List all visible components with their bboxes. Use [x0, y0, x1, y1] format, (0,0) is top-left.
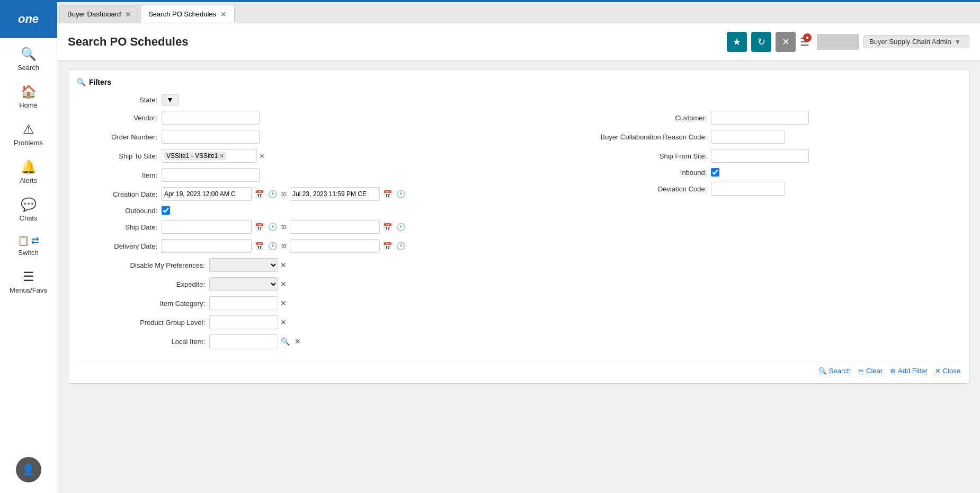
sidebar-item-label: Chats	[20, 214, 38, 222]
creation-date-from-clock-icon[interactable]: 🕐	[267, 190, 278, 198]
clear-button[interactable]: ✂ Clear	[858, 367, 883, 375]
search-icon: 🔍	[21, 47, 37, 61]
expedite-select[interactable]	[209, 277, 278, 291]
ship-date-to-clock-icon[interactable]: 🕐	[395, 223, 406, 231]
product-group-input[interactable]	[209, 315, 278, 329]
vendor-row: Vendor:	[77, 111, 563, 125]
order-number-input[interactable]	[162, 130, 260, 144]
header-actions: ★ ↻ ✕ ☰ ● Buyer Supply Chain Admin ▼	[727, 32, 969, 52]
sidebar-item-problems[interactable]: ⚠ Problems	[0, 116, 57, 153]
switch-icons: 📋 ⇄	[17, 235, 39, 247]
tab-close-active-icon[interactable]: ✕	[220, 10, 227, 19]
sidebar-item-alerts[interactable]: 🔔 Alerts	[0, 153, 57, 191]
app-logo[interactable]: one	[0, 0, 57, 38]
ship-date-label: Ship Date:	[77, 223, 162, 231]
disable-prefs-select[interactable]	[209, 258, 278, 272]
star-button[interactable]: ★	[727, 32, 747, 52]
customer-input[interactable]	[711, 111, 809, 125]
delivery-date-from-input[interactable]	[162, 239, 252, 253]
item-category-clear-icon[interactable]: ✕	[280, 299, 287, 307]
avatar-icon: 👤	[22, 463, 35, 476]
ship-to-site-remove-icon[interactable]: ✕	[219, 153, 224, 160]
sidebar-item-chats[interactable]: 💬 Chats	[0, 191, 57, 228]
delivery-date-from-calendar-icon[interactable]: 📅	[254, 242, 265, 250]
delivery-date-from-clock-icon[interactable]: 🕐	[267, 242, 278, 250]
sidebar-item-label: Problems	[14, 139, 43, 147]
ship-from-site-input[interactable]	[711, 149, 809, 163]
ship-to-site-clear-icon[interactable]: ✕	[259, 152, 265, 160]
disable-prefs-label: Disable My Preferences:	[77, 261, 209, 269]
buyer-collab-label: Buyer Collaboration Reason Code:	[584, 133, 711, 141]
local-item-clear-icon[interactable]: ✕	[295, 337, 301, 346]
ship-date-to-input[interactable]	[290, 220, 380, 234]
tab-buyer-dashboard[interactable]: Buyer Dashboard ✕	[59, 5, 139, 23]
outbound-checkbox[interactable]	[162, 206, 170, 215]
avatar[interactable]: 👤	[16, 457, 41, 482]
menu-icon: ☰	[23, 269, 34, 284]
expedite-label: Expedite:	[77, 280, 209, 288]
warning-icon: ⚠	[23, 122, 34, 137]
disable-prefs-clear-icon[interactable]: ✕	[280, 261, 287, 269]
home-icon: 🏠	[21, 84, 37, 99]
state-dropdown-button[interactable]: ▼	[162, 94, 179, 105]
ship-from-site-row: Ship From Site:	[584, 149, 960, 163]
search-button[interactable]: 🔍 Search	[818, 367, 851, 375]
sidebar-item-home[interactable]: 🏠 Home	[0, 78, 57, 116]
state-dropdown-icon: ▼	[166, 95, 174, 104]
product-group-row: Product Group Level: ✕	[77, 315, 563, 329]
deviation-code-input[interactable]	[711, 182, 785, 196]
local-item-label: Local Item:	[77, 338, 209, 346]
sidebar-item-label: Home	[19, 101, 38, 109]
ship-to-site-tag: VSSite1 - VSSite1 ✕	[164, 152, 226, 160]
item-category-input[interactable]	[209, 296, 278, 310]
ship-date-from-input[interactable]	[162, 220, 252, 234]
creation-date-to-input[interactable]	[290, 187, 380, 201]
close-button[interactable]: ✕ Close	[935, 367, 960, 375]
ship-date-from-clock-icon[interactable]: 🕐	[267, 223, 278, 231]
filter-footer: 🔍 Search ✂ Clear ⊕ Add Filter ✕ Close	[77, 361, 960, 375]
ship-to-site-field[interactable]: VSSite1 - VSSite1 ✕	[162, 149, 257, 163]
sidebar: one 🔍 Search 🏠 Home ⚠ Problems 🔔 Alerts …	[0, 0, 57, 493]
user-avatar-bar	[817, 34, 859, 50]
close-x-icon: ✕	[935, 367, 941, 375]
creation-date-to-calendar-icon[interactable]: 📅	[382, 190, 393, 198]
close-icon: ✕	[782, 36, 790, 48]
customer-row: Customer:	[584, 111, 960, 125]
to-label-ship: to	[281, 223, 287, 231]
sidebar-item-switch[interactable]: 📋 ⇄ Switch	[0, 228, 57, 263]
vendor-input[interactable]	[162, 111, 260, 125]
deviation-code-label: Deviation Code:	[584, 185, 711, 193]
user-dropdown[interactable]: Buyer Supply Chain Admin ▼	[863, 35, 969, 48]
expedite-clear-icon[interactable]: ✕	[280, 280, 287, 288]
outbound-row: Outbound:	[77, 206, 563, 215]
buyer-collab-input[interactable]	[711, 130, 785, 144]
ship-date-to-calendar-icon[interactable]: 📅	[382, 223, 393, 231]
disable-prefs-row: Disable My Preferences: ✕	[77, 258, 563, 272]
ship-date-from-calendar-icon[interactable]: 📅	[254, 223, 265, 231]
close-tab-button[interactable]: ✕	[776, 32, 796, 52]
delivery-date-to-clock-icon[interactable]: 🕐	[395, 242, 406, 250]
local-item-group: 🔍 ✕	[209, 334, 301, 348]
local-item-input[interactable]	[209, 334, 278, 348]
sidebar-item-menus-favs[interactable]: ☰ Menus/Favs	[0, 263, 57, 301]
tab-search-po-schedules[interactable]: Search PO Schedules ✕	[140, 5, 235, 23]
product-group-label: Product Group Level:	[77, 319, 209, 327]
creation-date-to-clock-icon[interactable]: 🕐	[395, 190, 406, 198]
creation-date-from-calendar-icon[interactable]: 📅	[254, 190, 265, 198]
filters-grid: Vendor: Order Number: Ship To Site: VS	[77, 111, 960, 354]
delivery-date-to-calendar-icon[interactable]: 📅	[382, 242, 393, 250]
product-group-clear-icon[interactable]: ✕	[280, 318, 287, 327]
customer-label: Customer:	[584, 114, 711, 122]
tab-close-icon[interactable]: ✕	[125, 10, 131, 19]
inbound-checkbox[interactable]	[711, 168, 719, 177]
refresh-button[interactable]: ↻	[751, 32, 771, 52]
ship-date-from-group: 📅 🕐 to 📅 🕐	[162, 220, 406, 234]
local-item-search-icon[interactable]: 🔍	[280, 337, 291, 346]
delivery-date-to-input[interactable]	[290, 239, 380, 253]
item-input[interactable]	[162, 168, 260, 182]
ship-date-row: Ship Date: 📅 🕐 to 📅 🕐	[77, 220, 563, 234]
add-filter-button[interactable]: ⊕ Add Filter	[890, 367, 928, 375]
sidebar-item-search[interactable]: 🔍 Search	[0, 40, 57, 78]
creation-date-from-input[interactable]	[162, 187, 252, 201]
tab-label: Search PO Schedules	[148, 10, 216, 18]
